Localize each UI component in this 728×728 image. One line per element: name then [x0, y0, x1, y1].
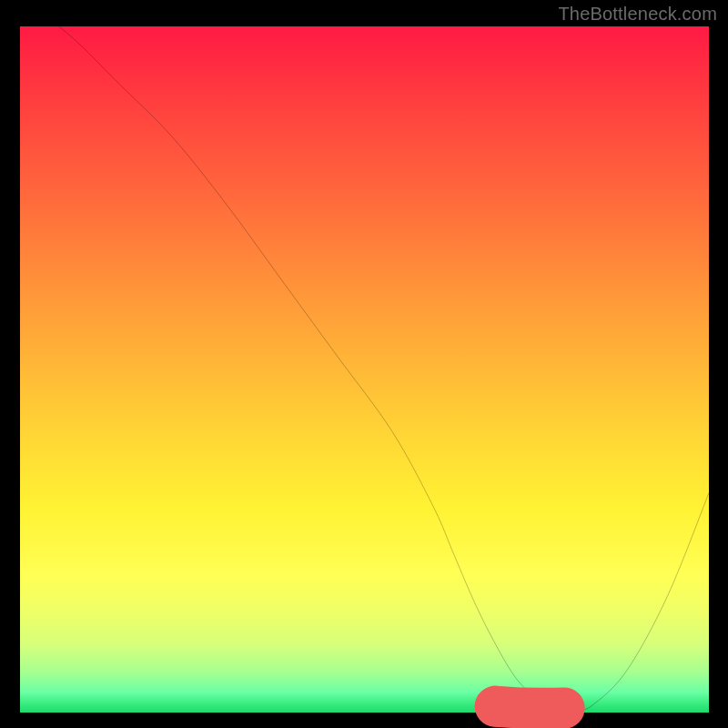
- flat-segment-path: [495, 706, 592, 708]
- watermark-text: TheBottleneck.com: [558, 4, 717, 25]
- bottleneck-curve-svg: [20, 26, 709, 713]
- chart-plot-area: [20, 26, 709, 713]
- bottleneck-curve-path: [20, 0, 709, 710]
